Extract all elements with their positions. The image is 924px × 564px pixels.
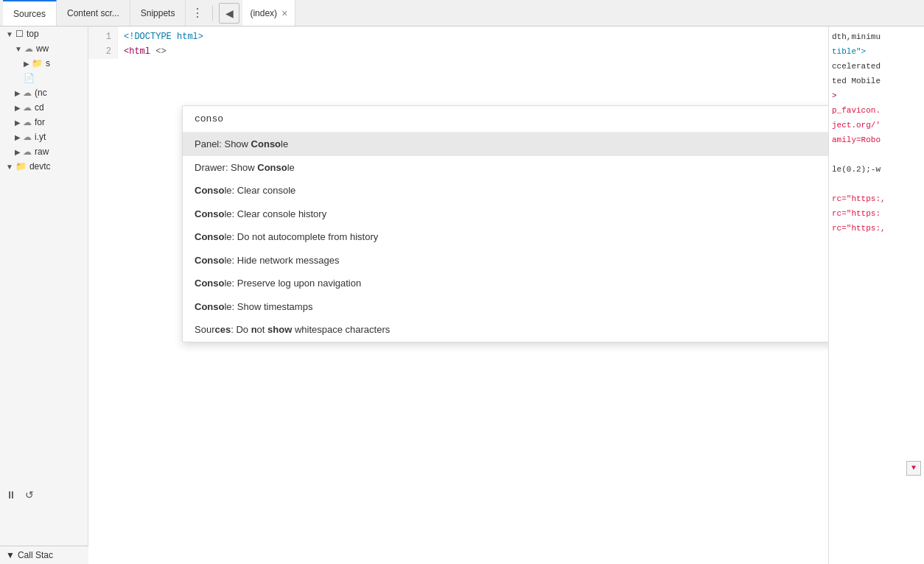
call-stack-header[interactable]: ▼ Call Stac <box>0 546 88 564</box>
ac-text: Console: Hide network messages <box>195 253 340 268</box>
autocomplete-item-clear-console-history[interactable]: Console: Clear console history <box>183 202 828 226</box>
sidebar-item-ww[interactable]: ▼ ☁ ww <box>0 41 88 56</box>
editor-area: 1 2 <!DOCTYPE html> <html <> conso Panel… <box>88 27 828 564</box>
right-line: ccelerated <box>832 59 921 74</box>
line-numbers: 1 2 <box>88 27 118 59</box>
right-line: dth,minimu <box>832 29 921 44</box>
pause-button[interactable]: ⏸ <box>6 489 16 501</box>
tab-sources[interactable]: Sources <box>3 0 57 26</box>
ac-text: Drawer: Show Console <box>195 161 295 175</box>
code-token: <> <box>155 46 166 57</box>
right-line: le(0.2);-w <box>832 162 921 177</box>
right-line: amily=Robo <box>832 133 921 147</box>
cloud-icon: ☁ <box>23 147 32 157</box>
call-stack-label: Call Stac <box>18 550 53 560</box>
sidebar-item-label: raw <box>35 147 49 157</box>
autocomplete-item-show-timestamps[interactable]: Console: Show timestamps <box>183 295 828 319</box>
tab-content-scr-label: Content scr... <box>67 8 119 18</box>
close-tab-button[interactable]: × <box>281 8 287 18</box>
ac-text: Console: Preserve log upon navigation <box>195 276 361 291</box>
sidebar-item-label: devtc <box>29 161 51 172</box>
right-line <box>832 177 921 191</box>
autocomplete-input-text: conso <box>195 113 223 124</box>
panel-toggle-button[interactable]: ◀ <box>219 3 239 24</box>
arrow-icon: ▶ <box>15 148 21 156</box>
call-stack-section: ▼ Call Stac <box>0 546 88 564</box>
step-button[interactable]: ↺ <box>25 489 34 501</box>
sidebar-bottom-controls: ⏸ ↺ <box>0 484 88 505</box>
cloud-icon: ☁ <box>23 132 32 142</box>
autocomplete-item-panel-show-console[interactable]: Panel: Show Console <box>183 133 828 156</box>
tab-snippets-label: Snippets <box>141 8 175 18</box>
sidebar-top-label: top <box>27 29 39 39</box>
cloud-icon: ☁ <box>23 102 32 113</box>
panel-collapse-icon: ◀ <box>225 7 234 19</box>
right-line: rc="https:, <box>832 191 921 206</box>
right-line <box>832 147 921 162</box>
autocomplete-item-no-autocomplete[interactable]: Console: Do not autocomplete from histor… <box>183 225 828 249</box>
folder-orange-icon: 📁 <box>15 161 27 172</box>
code-line-1: <!DOCTYPE html> <box>124 29 822 44</box>
cloud-icon: ☁ <box>23 117 32 127</box>
line-number: 1 <box>88 29 111 44</box>
sidebar-item-label: (nc <box>35 88 47 98</box>
sidebar-item-label: for <box>35 117 45 127</box>
autocomplete-item-no-whitespace[interactable]: Sources: Do not show whitespace characte… <box>183 318 828 342</box>
ac-text: Console: Do not autocomplete from histor… <box>195 230 378 244</box>
ac-text: Panel: Show Console <box>195 137 288 152</box>
right-line: > <box>832 88 921 103</box>
sidebar-item-top[interactable]: ▼ ☐ top <box>0 27 88 41</box>
sidebar-item-s[interactable]: ▶ 📁 s <box>0 56 88 71</box>
ac-text: Sources: Do not show whitespace characte… <box>195 322 390 337</box>
scroll-indicator[interactable]: ▼ <box>906 461 921 476</box>
tab-snippets[interactable]: Snippets <box>130 0 186 26</box>
arrow-icon: ▶ <box>24 60 29 68</box>
code-token: <html <box>124 46 150 57</box>
more-tabs-button[interactable]: ⋮ <box>186 0 209 27</box>
sidebar-item-for[interactable]: ▶ ☁ for <box>0 115 88 130</box>
file-tab-label: (index) <box>250 8 277 18</box>
tab-bar: Sources Content scr... Snippets ⋮ ◀ (ind… <box>0 0 924 27</box>
sidebar-item-cd[interactable]: ▶ ☁ cd <box>0 100 88 115</box>
arrow-icon: ▶ <box>15 133 21 141</box>
file-icon: 📄 <box>24 73 35 83</box>
autocomplete-list: Panel: Show Console Drawer: Show Console… <box>183 133 828 342</box>
tab-sources-label: Sources <box>13 9 46 19</box>
arrow-icon: ▼ <box>6 30 13 38</box>
sidebar-item-file[interactable]: 📄 <box>0 71 88 85</box>
sidebar-item-iyt[interactable]: ▶ ☁ i.yt <box>0 130 88 144</box>
ac-text: Console: Clear console history <box>195 207 326 222</box>
code-line-2: <html <> <box>124 44 822 59</box>
sidebar-item-devtc[interactable]: ▼ 📁 devtc <box>0 159 88 174</box>
autocomplete-item-clear-console[interactable]: Console: Clear console Ctrl L <box>183 179 828 202</box>
autocomplete-item-preserve-log[interactable]: Console: Preserve log upon navigation <box>183 272 828 295</box>
sidebar-item-label: ww <box>36 43 49 54</box>
arrow-icon: ▶ <box>15 89 21 97</box>
arrow-icon: ▶ <box>15 119 21 127</box>
line-number: 2 <box>88 44 111 59</box>
arrow-icon: ▼ <box>6 163 13 171</box>
arrow-icon: ▶ <box>15 104 21 112</box>
sidebar-item-nc[interactable]: ▶ ☁ (nc <box>0 85 88 100</box>
autocomplete-item-hide-network[interactable]: Console: Hide network messages <box>183 249 828 272</box>
tab-divider <box>212 6 213 21</box>
tab-content-scr[interactable]: Content scr... <box>57 0 130 26</box>
right-line: ted Mobile <box>832 74 921 88</box>
autocomplete-item-drawer-show-console[interactable]: Drawer: Show Console <box>183 156 828 180</box>
cloud-icon: ☁ <box>24 43 33 54</box>
sidebar-item-label: cd <box>35 102 44 113</box>
folder-icon: 📁 <box>32 58 43 68</box>
right-line: ject.org/' <box>832 118 921 133</box>
file-tab-index[interactable]: (index) × <box>242 0 295 26</box>
sidebar-item-raw[interactable]: ▶ ☁ raw <box>0 144 88 159</box>
autocomplete-input[interactable]: conso <box>183 106 828 133</box>
autocomplete-dropdown: conso Panel: Show Console Drawer: Show C… <box>182 105 828 342</box>
right-line: p_favicon. <box>832 103 921 118</box>
arrow-icon: ▼ <box>15 45 22 53</box>
ac-text: Console: Show timestamps <box>195 300 312 314</box>
right-panel: dth,minimu tible"> ccelerated ted Mobile… <box>828 27 924 564</box>
ac-text: Console: Clear console <box>195 183 295 198</box>
right-line: rc="https: <box>832 206 921 221</box>
right-line: tible"> <box>832 44 921 59</box>
expand-icon: ▼ <box>6 550 15 560</box>
